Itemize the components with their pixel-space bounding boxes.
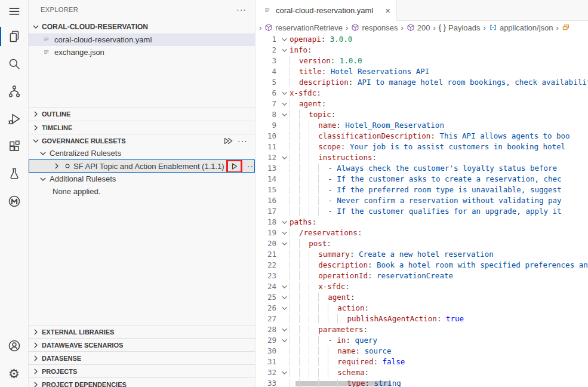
activity-bar-top (0, 0, 28, 215)
code-line: 9 name: Hotel_Room_Reservation (255, 120, 588, 131)
fold-chevron-down-icon[interactable] (281, 90, 288, 97)
breadcrumb-item[interactable]: reservationRetrieve (264, 23, 343, 32)
fold-chevron-down-icon[interactable] (281, 240, 288, 248)
explorer-title: EXPLORER (41, 6, 78, 13)
activity-item-extensions-icon[interactable] (0, 133, 28, 160)
fold-chevron-down-icon[interactable] (281, 47, 288, 54)
line-number: 29 (255, 335, 279, 346)
fold-chevron-down-icon[interactable] (281, 305, 288, 312)
code-line: 20 post: (255, 238, 588, 249)
activity-item-search-icon[interactable] (0, 50, 28, 78)
breadcrumb-item[interactable]: responses (351, 23, 398, 32)
breadcrumb-separator: › (556, 23, 559, 32)
tab-close-icon[interactable]: × (385, 6, 390, 15)
activity-item-test-flask-icon[interactable] (0, 160, 28, 188)
section-header-projects[interactable]: PROJECTS (29, 364, 255, 377)
fold-chevron-down-icon[interactable] (281, 369, 288, 377)
activity-item-menu-icon[interactable] (0, 0, 28, 23)
fold-chevron-down-icon[interactable] (281, 111, 288, 119)
breadcrumb-item[interactable]: application/json (489, 23, 553, 32)
ruleset-more-actions-icon[interactable]: ··· (247, 161, 255, 171)
activity-item-account-icon[interactable] (0, 332, 28, 360)
line-number: 27 (255, 314, 279, 324)
code-line: 23 operationId: reservationCreate (255, 271, 588, 281)
activity-item-mulesoft-icon[interactable] (0, 188, 28, 215)
code-line: 31 required: false (255, 357, 588, 367)
tab-coral-cloud-reservation-yaml[interactable]: coral-cloud-reservation.yaml × (255, 0, 397, 21)
run-ruleset-play-button-highlighted[interactable] (226, 159, 242, 173)
fold-chevron-down-icon[interactable] (281, 294, 288, 302)
line-number: 22 (255, 260, 279, 271)
code-line: 14 - If the customer asks to create a re… (255, 174, 588, 185)
run-debug-icon (8, 112, 21, 125)
breadcrumb-item[interactable]: 200 (407, 23, 430, 32)
symbol-json-icon (489, 23, 497, 32)
sidebar-gap (29, 198, 255, 325)
activity-item-settings-gear-icon[interactable]: ⚙ (0, 360, 28, 387)
file-item[interactable]: coral-cloud-reservation.yaml (29, 33, 255, 46)
breadcrumb-item[interactable]: { }Payloads (439, 23, 481, 32)
chevron-right-icon (52, 161, 61, 171)
fold-chevron-down-icon[interactable] (281, 219, 288, 226)
explorer-sidebar: EXPLORER ··· CORAL-CLOUD-RESERVATION cor… (29, 0, 255, 387)
section-header-external-libraries[interactable]: EXTERNAL LIBRARIES (29, 325, 255, 338)
breadcrumb-item[interactable] (562, 23, 570, 32)
search-icon (8, 57, 21, 70)
line-number: 8 (255, 109, 279, 120)
workspace-folder-header[interactable]: CORAL-CLOUD-RESERVATION (29, 20, 255, 33)
section-header-timeline[interactable]: TIMELINE (29, 121, 255, 134)
breadcrumb-separator: › (433, 23, 435, 32)
fold-chevron-down-icon[interactable] (281, 100, 288, 108)
code-line: 10 classificationDescription: This API a… (255, 131, 588, 142)
code-line: 33 type: string (255, 378, 588, 387)
activity-item-source-control-icon[interactable] (0, 78, 28, 105)
fold-chevron-down-icon[interactable] (281, 326, 288, 334)
governance-rulesets-header[interactable]: GOVERNANCE RULESETS ··· (29, 134, 255, 147)
tree-item-ruleset-selected[interactable]: SF API Topic and Action Enablement (1.1.… (29, 159, 255, 173)
governance-rulesets-title: GOVERNANCE RULESETS (42, 137, 126, 145)
file-item[interactable]: exchange.json (29, 46, 255, 59)
fold-chevron-down-icon[interactable] (281, 154, 288, 162)
settings-gear-icon: ⚙ (8, 367, 20, 380)
collapsed-panes-bottom: EXTERNAL LIBRARIESDATAWEAVE SCENARIOSDAT… (29, 325, 255, 387)
mulesoft-icon (8, 195, 21, 208)
source-control-icon (8, 85, 21, 98)
tree-item-centralized-rulesets[interactable]: Centralized Rulesets (29, 147, 255, 159)
governance-more-actions-icon[interactable]: ··· (238, 136, 248, 146)
line-number: 32 (255, 367, 279, 378)
chevron-down-icon (38, 149, 48, 158)
chevron-right-icon (31, 340, 41, 350)
line-number: 28 (255, 324, 279, 335)
code-line: 24 x-sfdc: (255, 281, 588, 292)
code-line: 30 name: source (255, 346, 588, 357)
file-label: exchange.json (54, 48, 104, 57)
code-line: 4 title: Hotel Reservations API (255, 66, 588, 77)
symbol-cube-icon (351, 23, 359, 32)
activity-bar-spacer (0, 215, 28, 332)
activity-item-explorer-files-icon[interactable] (0, 23, 28, 50)
line-number: 15 (255, 185, 279, 195)
line-number: 31 (255, 357, 279, 367)
line-number: 26 (255, 303, 279, 314)
code-line: 6x-sfdc: (255, 88, 588, 99)
file-lines-icon (264, 7, 272, 14)
fold-chevron-down-icon[interactable] (281, 337, 288, 345)
code-editor[interactable]: 1openapi: 3.0.02info:3 version: 1.0.04 t… (255, 34, 588, 387)
run-all-icon[interactable] (223, 136, 233, 146)
section-header-project-dependencies[interactable]: PROJECT DEPENDENCIES (29, 377, 255, 387)
file-lines-icon (43, 48, 51, 56)
tree-item-additional-rulesets[interactable]: Additional Rulesets (29, 173, 255, 185)
fold-chevron-down-icon[interactable] (281, 36, 288, 44)
section-header-outline[interactable]: OUTLINE (29, 107, 255, 121)
explorer-more-actions-icon[interactable]: ··· (236, 5, 247, 14)
activity-item-run-debug-icon[interactable] (0, 105, 28, 133)
code-line: 29 - in: query (255, 335, 588, 346)
fold-chevron-down-icon[interactable] (281, 283, 288, 291)
chevron-right-icon (31, 354, 41, 363)
line-number: 18 (255, 217, 279, 228)
breadcrumb-separator: › (484, 23, 486, 32)
line-number: 19 (255, 228, 279, 238)
fold-chevron-down-icon[interactable] (281, 229, 288, 237)
section-header-datasense[interactable]: DATASENSE (29, 351, 255, 364)
section-header-dataweave-scenarios[interactable]: DATAWEAVE SCENARIOS (29, 338, 255, 351)
